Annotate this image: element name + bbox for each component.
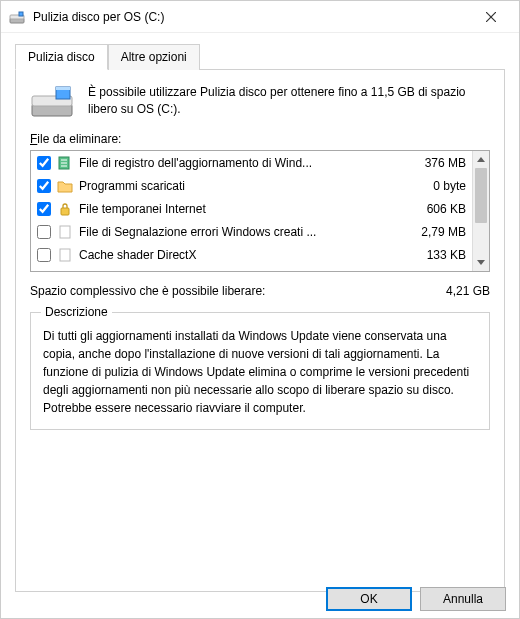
lock-icon	[57, 201, 73, 217]
svg-rect-14	[60, 226, 70, 238]
total-row: Spazio complessivo che è possibile liber…	[30, 284, 490, 298]
titlebar: Pulizia disco per OS (C:)	[1, 1, 519, 33]
file-size: 606 KB	[396, 202, 466, 216]
tab-panel: È possibile utilizzare Pulizia disco per…	[15, 70, 505, 592]
scroll-track[interactable]	[473, 168, 489, 254]
file-name: Cache shader DirectX	[79, 248, 390, 262]
file-name: File di registro dell'aggiornamento di W…	[79, 156, 390, 170]
svg-marker-16	[477, 157, 485, 162]
drive-cleanup-icon	[9, 9, 25, 25]
file-size: 0 byte	[396, 179, 466, 193]
file-checkbox[interactable]	[37, 202, 51, 216]
description-body: Di tutti gli aggiornamenti installati da…	[43, 327, 477, 417]
scrollbar[interactable]	[472, 151, 489, 271]
file-name: File temporanei Internet	[79, 202, 390, 216]
intro-row: È possibile utilizzare Pulizia disco per…	[30, 84, 490, 120]
file-name: Programmi scaricati	[79, 179, 390, 193]
file-checkbox[interactable]	[37, 248, 51, 262]
file-checkbox[interactable]	[37, 156, 51, 170]
folder-icon	[57, 178, 73, 194]
files-label: File da eliminare:	[30, 132, 490, 146]
file-checkbox[interactable]	[37, 225, 51, 239]
total-label: Spazio complessivo che è possibile liber…	[30, 284, 265, 298]
svg-marker-17	[477, 260, 485, 265]
drive-icon	[30, 84, 74, 120]
list-item[interactable]: Programmi scaricati0 byte	[31, 174, 472, 197]
list-item[interactable]: File di registro dell'aggiornamento di W…	[31, 151, 472, 174]
total-value: 4,21 GB	[446, 284, 490, 298]
tab-strip: Pulizia disco Altre opzioni	[15, 43, 505, 70]
file-checkbox[interactable]	[37, 179, 51, 193]
window-title: Pulizia disco per OS (C:)	[33, 10, 471, 24]
description-title: Descrizione	[41, 305, 112, 319]
file-size: 2,79 MB	[396, 225, 466, 239]
file-size: 133 KB	[396, 248, 466, 262]
svg-rect-2	[19, 12, 23, 16]
list-item[interactable]: File temporanei Internet606 KB	[31, 197, 472, 220]
intro-text: È possibile utilizzare Pulizia disco per…	[88, 84, 490, 120]
log-icon	[57, 155, 73, 171]
svg-rect-15	[60, 249, 70, 261]
tab-more-options[interactable]: Altre opzioni	[108, 44, 200, 70]
blank-icon	[57, 247, 73, 263]
ok-button[interactable]: OK	[326, 587, 412, 611]
svg-rect-13	[61, 208, 69, 215]
description-group: Descrizione Di tutti gli aggiornamenti i…	[30, 312, 490, 430]
dialog-buttons: OK Annulla	[326, 587, 506, 611]
file-size: 376 MB	[396, 156, 466, 170]
svg-rect-8	[56, 87, 70, 90]
scroll-thumb[interactable]	[475, 168, 487, 223]
scroll-down-button[interactable]	[473, 254, 489, 271]
cancel-button[interactable]: Annulla	[420, 587, 506, 611]
list-item[interactable]: Cache shader DirectX133 KB	[31, 243, 472, 266]
tab-cleanup[interactable]: Pulizia disco	[15, 44, 108, 70]
list-item[interactable]: File di Segnalazione errori Windows crea…	[31, 220, 472, 243]
close-button[interactable]	[471, 3, 511, 31]
file-list: File di registro dell'aggiornamento di W…	[30, 150, 490, 272]
file-name: File di Segnalazione errori Windows crea…	[79, 225, 390, 239]
scroll-up-button[interactable]	[473, 151, 489, 168]
blank-icon	[57, 224, 73, 240]
